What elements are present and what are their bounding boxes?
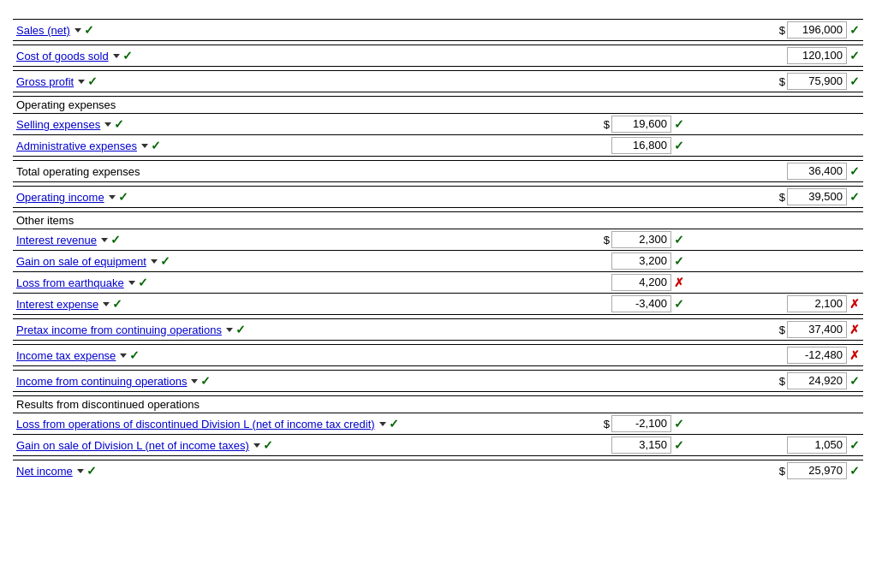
row-label-dropdown[interactable]: Gain on sale of equipment: [16, 255, 158, 268]
value-input-right[interactable]: 196,000: [787, 21, 847, 39]
value-input[interactable]: -2,100: [611, 415, 671, 432]
row-label-dropdown[interactable]: Net income: [16, 465, 84, 478]
row-label-dropdown[interactable]: Gross profit: [16, 75, 85, 88]
dropdown-arrow-icon: [78, 80, 85, 84]
row-label-dropdown[interactable]: Administrative expenses: [16, 140, 148, 152]
table-row: Interest expense✓-3,400✓2,100✗: [13, 294, 863, 315]
label-check-icon: ✓: [235, 323, 246, 336]
value-input[interactable]: 16,800: [611, 137, 671, 154]
table-row: Operating income✓$39,500✓: [13, 187, 863, 208]
dollar-sign: $: [604, 234, 610, 246]
value-input-right[interactable]: 36,400: [787, 163, 847, 180]
col2-check-icon: ✓: [849, 438, 860, 452]
dollar-sign: $: [779, 75, 785, 88]
col-mid-cell: [512, 187, 688, 208]
value-input-right[interactable]: 1,050: [787, 437, 847, 454]
dropdown-arrow-icon: [379, 422, 386, 426]
value-input[interactable]: 2,300: [611, 231, 671, 248]
value-input[interactable]: -3,400: [611, 295, 671, 312]
income-statement-table: Sales (net)✓$196,000✓Cost of goods sold✓…: [13, 19, 863, 481]
label-check-icon: ✓: [112, 297, 122, 311]
row-label-static: Operating expenses: [16, 98, 116, 111]
dollar-sign: $: [779, 191, 785, 204]
col-mid-cell: $2,300✓: [512, 229, 688, 251]
row-label-static: Other items: [16, 214, 74, 227]
dropdown-arrow-icon: [120, 353, 127, 358]
label-check-icon: ✓: [160, 254, 170, 268]
col2-check-icon: ✓: [849, 74, 860, 88]
col2-check-icon: ✓: [849, 464, 860, 478]
value-input-right[interactable]: 24,920: [787, 372, 847, 389]
dropdown-arrow-icon: [77, 469, 84, 473]
row-label-dropdown[interactable]: Operating income: [16, 191, 116, 204]
table-row: Gross profit✓$75,900✓: [13, 71, 863, 92]
col-right-cell: 1,050✓: [688, 435, 863, 456]
row-label-dropdown[interactable]: Sales (net): [16, 24, 81, 37]
col-right-cell: [688, 97, 863, 114]
row-label-dropdown[interactable]: Loss from earthquake: [16, 276, 135, 289]
col-right-cell: [688, 229, 863, 251]
table-row: Gain on sale of equipment✓3,200✓: [13, 251, 863, 272]
col2-check-icon: ✗: [849, 297, 860, 311]
row-label-dropdown[interactable]: Loss from operations of discontinued Div…: [16, 418, 386, 431]
col2-check-icon: ✗: [849, 348, 860, 362]
row-label-dropdown[interactable]: Gain on sale of Division L (net of incom…: [16, 439, 260, 452]
col-right-cell: $25,970✓: [688, 460, 863, 482]
table-row: Loss from operations of discontinued Div…: [13, 413, 863, 435]
value-input[interactable]: 3,150: [611, 437, 671, 454]
table-row: Sales (net)✓$196,000✓: [13, 20, 863, 41]
col-right-cell: $39,500✓: [688, 187, 863, 208]
row-label-dropdown[interactable]: Interest revenue: [16, 234, 108, 246]
col1-check-icon: ✓: [674, 233, 684, 246]
col1-check-icon: ✓: [674, 297, 684, 311]
value-input-right[interactable]: 75,900: [787, 73, 847, 90]
table-row: Interest revenue✓$2,300✓: [13, 229, 863, 251]
value-input[interactable]: 3,200: [611, 252, 671, 270]
label-check-icon: ✓: [389, 417, 399, 431]
col-right-cell: 36,400✓: [688, 161, 863, 182]
table-row: Operating expenses: [13, 97, 863, 114]
col-mid-cell: [512, 345, 688, 366]
value-input-right[interactable]: 37,400: [787, 321, 847, 338]
value-input-right[interactable]: 25,970: [787, 462, 847, 479]
value-input[interactable]: 19,600: [611, 116, 671, 133]
dollar-sign: $: [604, 418, 610, 431]
row-label-dropdown[interactable]: Cost of goods sold: [16, 50, 120, 62]
dollar-sign: $: [779, 24, 785, 37]
col-mid-cell: [512, 371, 688, 392]
col-mid-cell: [512, 97, 688, 114]
col-mid-cell: 4,200✗: [512, 272, 688, 294]
value-input[interactable]: 4,200: [611, 274, 671, 291]
value-input-right[interactable]: 2,100: [787, 295, 847, 312]
col1-check-icon: ✓: [674, 117, 684, 131]
table-row: Net income✓$25,970✓: [13, 460, 863, 482]
dropdown-arrow-icon: [103, 302, 110, 306]
col2-check-icon: ✓: [849, 49, 860, 62]
dollar-sign: $: [779, 465, 785, 478]
dropdown-arrow-icon: [109, 195, 116, 199]
table-row: Selling expenses✓$19,600✓: [13, 114, 863, 135]
col-mid-cell: [512, 161, 688, 182]
row-label-dropdown[interactable]: Pretax income from continuing operations: [16, 324, 233, 336]
col-right-cell: [688, 413, 863, 435]
col-mid-cell: 16,800✓: [512, 135, 688, 157]
value-input-right[interactable]: 120,100: [787, 47, 847, 64]
row-label-dropdown[interactable]: Income from continuing operations: [16, 375, 198, 388]
row-label-dropdown[interactable]: Interest expense: [16, 298, 110, 311]
dollar-sign: $: [604, 118, 610, 131]
col-right-cell: $24,920✓: [688, 371, 863, 392]
col1-check-icon: ✗: [674, 276, 684, 289]
label-check-icon: ✓: [87, 74, 98, 88]
col-right-cell: $75,900✓: [688, 71, 863, 92]
table-row: Income tax expense✓-12,480✗: [13, 345, 863, 366]
dropdown-arrow-icon: [101, 238, 108, 242]
col1-check-icon: ✓: [674, 417, 684, 431]
value-input-right[interactable]: -12,480: [787, 347, 847, 364]
row-label-dropdown[interactable]: Income tax expense: [16, 349, 127, 362]
dropdown-arrow-icon: [141, 144, 148, 148]
col-mid-cell: -3,400✓: [512, 294, 688, 315]
value-input-right[interactable]: 39,500: [787, 188, 847, 205]
table-row: Gain on sale of Division L (net of incom…: [13, 435, 863, 456]
row-label-dropdown[interactable]: Selling expenses: [16, 118, 111, 131]
col-mid-cell: $19,600✓: [512, 114, 688, 135]
